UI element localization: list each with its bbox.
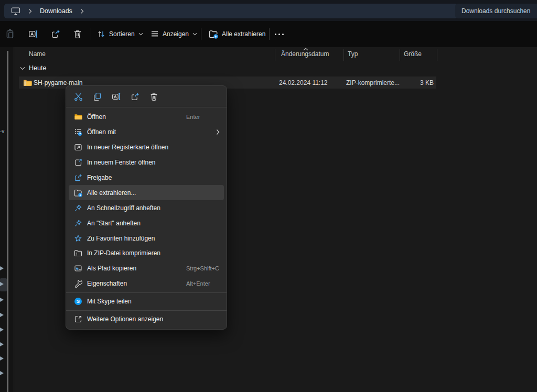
menu-item-properties[interactable]: Eigenschaften Alt+Enter	[66, 276, 227, 291]
group-label: Heute	[29, 64, 46, 72]
extract-all-icon	[74, 189, 82, 197]
sort-button[interactable]: Sortieren	[97, 21, 143, 47]
share-button[interactable]	[51, 21, 60, 47]
extract-all-label: Alle extrahieren	[222, 30, 265, 38]
group-header-heute[interactable]: Heute	[20, 64, 46, 72]
nav-scrollbar[interactable]	[7, 51, 8, 392]
command-toolbar: Sortieren Anzeigen Alle extrahieren	[0, 21, 537, 47]
tree-expand-icon[interactable]	[0, 328, 4, 332]
toolbar-separator	[269, 28, 270, 40]
paste-button[interactable]	[5, 21, 15, 47]
extract-all-icon	[209, 29, 218, 39]
share-icon	[51, 29, 60, 39]
file-size: 3 KB	[400, 79, 434, 86]
tree-expand-icon[interactable]	[0, 266, 4, 270]
new-tab-icon	[74, 143, 82, 151]
copy-path-icon	[74, 264, 82, 273]
file-modified-date: 24.02.2024 11:12	[279, 79, 328, 86]
title-address-strip: Downloads Downloads durchsuchen	[0, 0, 537, 21]
column-separator[interactable]	[437, 49, 437, 61]
menu-item-pin-start[interactable]: An "Start" anheften	[66, 215, 227, 231]
view-button[interactable]: Anzeigen	[151, 21, 197, 47]
column-header-modified[interactable]: Änderungsdatum	[281, 50, 329, 58]
address-bar[interactable]: Downloads	[4, 4, 458, 18]
menu-item-show-more-options[interactable]: Weitere Optionen anzeigen	[66, 312, 227, 327]
chevron-down-icon	[138, 32, 143, 36]
menu-separator	[66, 310, 227, 311]
tree-expand-icon[interactable]	[0, 313, 4, 317]
breadcrumb-item-downloads[interactable]: Downloads	[40, 7, 72, 15]
menu-item-share[interactable]: Freigabe	[66, 170, 227, 186]
svg-text:S: S	[77, 298, 80, 304]
nav-item-cut-label: -v	[0, 128, 4, 134]
shortcut-label: Enter	[186, 114, 200, 120]
navigation-pane-edge	[0, 47, 14, 392]
menu-item-open-new-tab[interactable]: In neuer Registerkarte öffnen	[66, 140, 227, 155]
column-header-type[interactable]: Typ	[348, 50, 358, 58]
breadcrumb-chevron-icon	[28, 8, 32, 14]
toolbar-separator	[201, 28, 201, 40]
pane-divider[interactable]	[14, 47, 14, 392]
rename-icon	[28, 29, 38, 39]
folder-icon	[74, 113, 82, 121]
share-icon[interactable]	[131, 92, 139, 101]
column-separator[interactable]	[343, 49, 344, 61]
view-label: Anzeigen	[163, 30, 189, 38]
file-type: ZIP-komprimierte...	[346, 79, 400, 86]
menu-item-open[interactable]: Öffnen Enter	[66, 110, 227, 125]
menu-item-add-favorites[interactable]: Zu Favoriten hinzufügen	[66, 231, 227, 246]
tree-expand-icon[interactable]	[0, 298, 4, 302]
menu-item-compress-zip[interactable]: In ZIP-Datei komprimieren	[66, 246, 227, 261]
see-more-button[interactable]	[275, 21, 284, 47]
cut-icon[interactable]	[74, 92, 83, 101]
chevron-down-icon	[192, 32, 197, 36]
menu-item-open-new-window[interactable]: In neuem Fenster öffnen	[66, 155, 227, 170]
menu-item-extract-all[interactable]: Alle extrahieren...	[69, 185, 224, 200]
view-icon	[151, 30, 159, 38]
sort-icon	[97, 30, 105, 38]
context-menu: Öffnen Enter Öffnen mit	[66, 85, 227, 330]
menu-separator	[66, 292, 227, 293]
menu-items: Öffnen Enter Öffnen mit	[66, 107, 227, 329]
rename-icon[interactable]	[112, 92, 121, 101]
extract-all-button[interactable]: Alle extrahieren	[209, 21, 265, 47]
search-placeholder: Downloads durchsuchen	[461, 7, 530, 15]
tree-expand-icon[interactable]	[0, 371, 4, 375]
column-separator[interactable]	[400, 49, 400, 61]
tree-expand-icon[interactable]	[0, 356, 4, 361]
paste-icon	[5, 29, 15, 39]
more-options-icon	[74, 315, 82, 323]
delete-icon[interactable]	[149, 92, 158, 101]
chevron-down-icon[interactable]	[20, 67, 25, 70]
breadcrumb-chevron-icon[interactable]	[80, 8, 84, 14]
sort-label: Sortieren	[109, 30, 135, 38]
shortcut-label: Strg+Shift+C	[186, 265, 219, 271]
delete-icon	[73, 29, 82, 39]
column-header-size[interactable]: Größe	[404, 50, 422, 58]
open-with-icon	[74, 128, 82, 136]
star-icon	[74, 234, 82, 243]
column-header-name[interactable]: Name	[29, 50, 46, 58]
skype-icon: S	[74, 297, 82, 306]
zip-compress-icon	[74, 249, 82, 257]
pin-icon	[74, 219, 82, 227]
menu-item-open-with[interactable]: Öffnen mit	[66, 125, 227, 140]
column-separator[interactable]	[275, 49, 275, 61]
tree-expand-icon[interactable]	[0, 342, 4, 346]
delete-button[interactable]	[73, 21, 82, 47]
zip-folder-icon	[23, 78, 32, 87]
shortcut-label: Alt+Enter	[186, 280, 210, 287]
tree-expand-icon[interactable]	[0, 282, 4, 286]
copy-icon[interactable]	[93, 92, 102, 101]
wrench-icon	[74, 279, 82, 288]
share-icon	[74, 173, 82, 182]
search-box[interactable]: Downloads durchsuchen	[455, 4, 537, 18]
quick-actions-row	[66, 86, 227, 107]
ellipsis-icon	[275, 34, 284, 35]
rename-button[interactable]	[28, 21, 38, 47]
menu-item-copy-as-path[interactable]: Als Pfad kopieren Strg+Shift+C	[66, 261, 227, 276]
menu-item-pin-quick-access[interactable]: An Schnellzugriff anheften	[66, 200, 227, 215]
pin-icon	[74, 204, 82, 212]
menu-item-share-skype[interactable]: S Mit Skype teilen	[66, 294, 227, 309]
this-pc-icon[interactable]	[11, 7, 20, 15]
